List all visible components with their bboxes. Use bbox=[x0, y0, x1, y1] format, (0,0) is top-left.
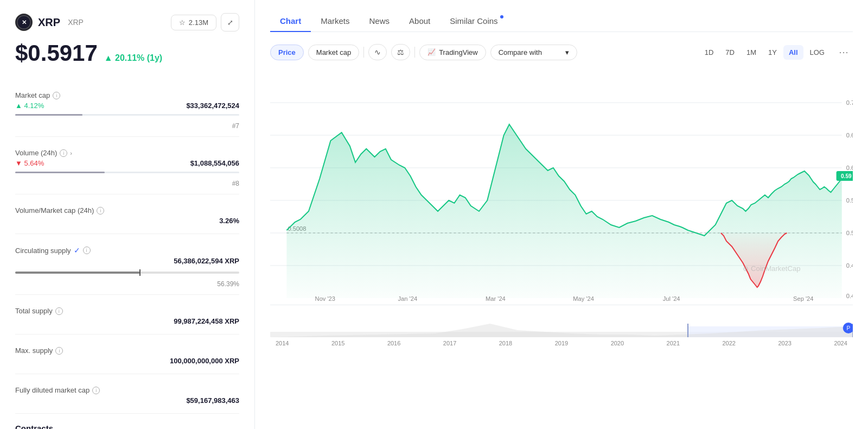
market-cap-rank: #7 bbox=[15, 122, 239, 130]
year-2021: 2021 bbox=[667, 340, 680, 346]
svg-text:0.65: 0.65 bbox=[846, 132, 853, 138]
compare-button[interactable]: Compare with ▾ bbox=[490, 45, 577, 60]
contracts-section: Contracts B BNB Smart Chain (BEP20): 0x1… bbox=[15, 424, 239, 429]
time-1y[interactable]: 1Y bbox=[763, 45, 782, 60]
price-change: ▲ 20.11% (1y) bbox=[104, 53, 162, 62]
svg-text:0.40: 0.40 bbox=[846, 293, 853, 299]
coin-actions: ☆ 2.13M ⤢ bbox=[171, 13, 239, 31]
main-tabs: Chart Markets News About Similar Coins bbox=[270, 11, 853, 32]
svg-text:⊕ CoinMarketCap: ⊕ CoinMarketCap bbox=[743, 264, 800, 273]
main-chart-svg: 0.5008 0.70 0.65 0.60 0.55 0.50 0.45 0.4… bbox=[270, 70, 853, 304]
max-supply-row: Max. supply i 100,000,000,000 XRP bbox=[15, 335, 239, 374]
svg-text:0.50: 0.50 bbox=[846, 230, 853, 236]
verified-icon: ✓ bbox=[74, 246, 80, 255]
tab-markets[interactable]: Markets bbox=[311, 11, 359, 32]
time-all[interactable]: All bbox=[783, 45, 803, 60]
trading-view-button[interactable]: 📈 TradingView bbox=[419, 45, 486, 60]
compare-label: Compare with bbox=[499, 48, 542, 56]
svg-text:Mar '24: Mar '24 bbox=[486, 295, 506, 302]
watch-button[interactable]: ☆ 2.13M bbox=[171, 15, 216, 30]
market-cap-info[interactable]: i bbox=[53, 92, 60, 99]
share-icon: ⤢ bbox=[227, 18, 233, 27]
tab-similar-coins[interactable]: Similar Coins bbox=[440, 11, 507, 32]
price-section: $0.5917 ▲ 20.11% (1y) bbox=[15, 40, 239, 66]
mini-chart: P 2014 2015 2016 2017 2018 2019 2020 202… bbox=[270, 305, 853, 346]
time-1d[interactable]: 1D bbox=[699, 45, 719, 60]
total-supply-value: 99,987,224,458 XRP bbox=[174, 317, 239, 325]
svg-text:Sep '24: Sep '24 bbox=[793, 295, 813, 302]
vol-market-cap-label: Volume/Market cap (24h) bbox=[15, 206, 94, 214]
time-log[interactable]: LOG bbox=[805, 45, 830, 60]
year-2016: 2016 bbox=[387, 340, 400, 346]
year-2020: 2020 bbox=[611, 340, 624, 346]
divider-1 bbox=[363, 47, 364, 58]
tab-about-label: About bbox=[409, 16, 430, 26]
market-cap-change: ▲ 4.12% bbox=[15, 102, 44, 110]
svg-text:0.60: 0.60 bbox=[846, 165, 853, 171]
year-2015: 2015 bbox=[331, 340, 344, 346]
coin-ticker: XRP bbox=[68, 18, 84, 27]
chart-more-button[interactable]: ⋯ bbox=[834, 43, 853, 61]
year-2022: 2022 bbox=[723, 340, 736, 346]
coin-logo: ✕ bbox=[15, 14, 33, 31]
svg-text:0.70: 0.70 bbox=[846, 99, 853, 106]
total-supply-row: Total supply i 99,987,224,458 XRP bbox=[15, 295, 239, 335]
time-1m[interactable]: 1M bbox=[741, 45, 762, 60]
volume-info[interactable]: i bbox=[60, 149, 67, 157]
vol-market-cap-row: Volume/Market cap (24h) i 3.26% bbox=[15, 194, 239, 234]
market-cap-filter-button[interactable]: Market cap bbox=[308, 45, 359, 60]
svg-text:0.59: 0.59 bbox=[841, 173, 852, 179]
year-2024: 2024 bbox=[834, 340, 847, 346]
trading-view-label: TradingView bbox=[439, 48, 478, 56]
fully-diluted-value: $59,167,983,463 bbox=[186, 396, 239, 405]
total-supply-info[interactable]: i bbox=[55, 307, 63, 315]
divider-2 bbox=[414, 47, 415, 58]
time-controls: 1D 7D 1M 1Y All LOG bbox=[699, 45, 830, 60]
market-cap-value: $33,362,472,524 bbox=[186, 102, 239, 110]
chart-area: 0.5008 0.70 0.65 0.60 0.55 0.50 0.45 0.4… bbox=[270, 70, 853, 346]
candle-chart-button[interactable]: ⚖ bbox=[391, 44, 410, 60]
svg-text:0.45: 0.45 bbox=[846, 262, 853, 269]
svg-text:0.55: 0.55 bbox=[846, 197, 853, 204]
svg-text:Jul '24: Jul '24 bbox=[663, 295, 680, 302]
star-icon: ☆ bbox=[179, 18, 186, 27]
share-button[interactable]: ⤢ bbox=[221, 13, 239, 31]
volume-row: Volume (24h) i › ▼ 5.64% $1,088,554,056 … bbox=[15, 137, 239, 194]
tab-chart[interactable]: Chart bbox=[270, 11, 311, 32]
mini-chart-svg: P bbox=[270, 307, 853, 337]
year-2017: 2017 bbox=[443, 340, 456, 346]
tab-news-label: News bbox=[369, 16, 390, 26]
time-7d[interactable]: 7D bbox=[720, 45, 740, 60]
volume-expand[interactable]: › bbox=[70, 150, 72, 156]
vol-market-cap-value: 3.26% bbox=[219, 217, 239, 225]
stats-section: Market cap i ▲ 4.12% $33,362,472,524 #7 … bbox=[15, 79, 239, 414]
circulating-supply-label: Circulating supply bbox=[15, 247, 71, 255]
volume-change: ▼ 5.64% bbox=[15, 159, 44, 167]
watch-count: 2.13M bbox=[189, 18, 208, 27]
coin-name: XRP bbox=[38, 16, 60, 29]
max-supply-label: Max. supply bbox=[15, 346, 53, 355]
line-chart-button[interactable]: ∿ bbox=[368, 44, 387, 60]
svg-text:May '24: May '24 bbox=[573, 295, 594, 302]
total-supply-label: Total supply bbox=[15, 307, 53, 315]
line-chart-icon: ∿ bbox=[374, 48, 381, 56]
volume-value: $1,088,554,056 bbox=[190, 159, 239, 167]
tv-icon: 📈 bbox=[427, 48, 436, 56]
coin-identity: ✕ XRP XRP bbox=[15, 14, 84, 31]
tab-news[interactable]: News bbox=[360, 11, 400, 32]
tab-about[interactable]: About bbox=[399, 11, 440, 32]
fully-diluted-info[interactable]: i bbox=[92, 387, 100, 394]
price-value: $0.5917 bbox=[15, 40, 98, 66]
vol-market-cap-info[interactable]: i bbox=[97, 207, 104, 214]
market-cap-label: Market cap bbox=[15, 91, 50, 99]
price-filter-label: Price bbox=[278, 48, 296, 56]
market-cap-row: Market cap i ▲ 4.12% $33,362,472,524 #7 bbox=[15, 79, 239, 137]
circulating-supply-info[interactable]: i bbox=[83, 247, 91, 254]
circulating-supply-value: 56,386,022,594 XRP bbox=[174, 257, 239, 265]
chevron-down-icon: ▾ bbox=[565, 48, 569, 56]
price-filter-button[interactable]: Price bbox=[270, 45, 304, 60]
chart-controls: Price Market cap ∿ ⚖ 📈 TradingView Compa… bbox=[270, 43, 853, 61]
contracts-title: Contracts bbox=[15, 424, 239, 429]
year-2019: 2019 bbox=[555, 340, 568, 346]
max-supply-info[interactable]: i bbox=[55, 347, 63, 355]
